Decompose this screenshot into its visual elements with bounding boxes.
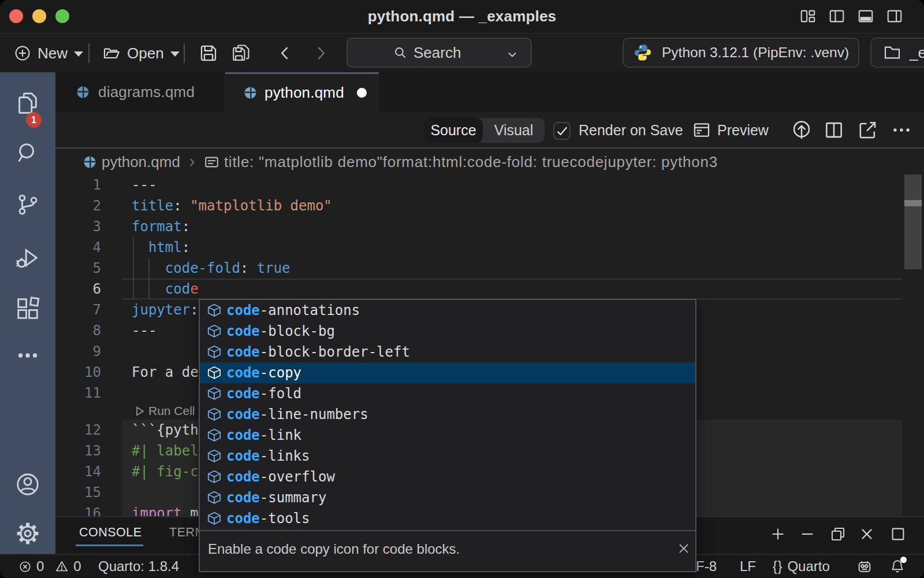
code-line[interactable]: 1--- bbox=[55, 175, 904, 195]
panel-tab-console[interactable]: CONSOLE bbox=[79, 517, 142, 545]
suggestion-item[interactable]: code-fold bbox=[200, 383, 695, 404]
cube-icon bbox=[206, 510, 222, 527]
close-icon[interactable] bbox=[677, 542, 691, 555]
cube-icon bbox=[206, 427, 222, 443]
search-label: Search bbox=[413, 44, 461, 62]
quarto-file-icon bbox=[244, 86, 257, 99]
save-all-button[interactable] bbox=[231, 43, 251, 63]
extensions-icon[interactable] bbox=[14, 295, 41, 322]
tab-diagrams-qmd[interactable]: diagrams.qmd bbox=[55, 72, 225, 112]
folder-icon bbox=[883, 43, 901, 62]
customize-layout-icon[interactable] bbox=[799, 8, 817, 25]
toggle-panel-icon[interactable] bbox=[857, 8, 874, 25]
interpreter-label: Python 3.12.1 (PipEnv: .venv) bbox=[662, 45, 849, 61]
toggle-primary-sidebar-icon[interactable] bbox=[828, 8, 845, 25]
back-button[interactable] bbox=[275, 43, 295, 63]
console-active-underline bbox=[76, 544, 143, 546]
search-sidebar-icon[interactable] bbox=[14, 140, 41, 166]
app-window: python.qmd — _examples bbox=[0, 0, 924, 578]
forward-button[interactable] bbox=[311, 43, 330, 63]
scrollbar-decoration bbox=[904, 200, 922, 206]
search-input[interactable]: Search bbox=[346, 38, 532, 68]
render-document-button[interactable] bbox=[791, 119, 813, 141]
code-line[interactable]: 4 html: bbox=[55, 237, 904, 258]
more-views-icon[interactable] bbox=[14, 342, 41, 369]
language-mode-status[interactable]: {} Quarto bbox=[773, 555, 830, 578]
minimize-panel-button[interactable] bbox=[799, 525, 816, 543]
cube-icon bbox=[206, 490, 222, 506]
warning-count: 0 bbox=[73, 558, 81, 575]
line-content bbox=[101, 341, 132, 362]
line-content bbox=[101, 383, 132, 403]
tab-python-qmd[interactable]: python.qmd bbox=[225, 72, 379, 112]
code-line[interactable]: 2title: "matplotlib demo" bbox=[55, 195, 904, 216]
restore-panel-button[interactable] bbox=[829, 525, 847, 543]
chevron-down-icon bbox=[505, 47, 519, 61]
quarto-version-status[interactable]: Quarto: 1.8.4 bbox=[98, 555, 179, 578]
line-content: code bbox=[101, 279, 199, 299]
split-editor-button[interactable] bbox=[823, 119, 845, 141]
maximize-panel-button[interactable] bbox=[889, 525, 907, 543]
workspace-selector[interactable]: _examples bbox=[870, 38, 924, 68]
render-on-save-checkbox[interactable] bbox=[553, 122, 571, 140]
line-number: 4 bbox=[55, 237, 101, 258]
suggestion-item[interactable]: code-block-border-left bbox=[200, 342, 695, 362]
suggestion-item[interactable]: code-block-bg bbox=[200, 321, 695, 342]
notifications-button[interactable] bbox=[889, 555, 906, 578]
line-number: 6 bbox=[55, 279, 101, 299]
new-button[interactable]: New bbox=[14, 34, 83, 73]
code-line[interactable]: 5 code-fold: true bbox=[55, 258, 904, 279]
cube-icon bbox=[206, 344, 222, 360]
settings-gear-icon[interactable] bbox=[14, 520, 41, 547]
source-control-icon[interactable] bbox=[14, 191, 41, 218]
tab-label: diagrams.qmd bbox=[98, 83, 195, 101]
save-button[interactable] bbox=[199, 43, 218, 63]
editor-tab-bar: diagrams.qmd python.qmd bbox=[55, 72, 924, 112]
line-content: format: bbox=[101, 216, 190, 237]
line-number: 5 bbox=[55, 258, 101, 279]
toolbar-separator bbox=[184, 43, 185, 63]
cube-icon bbox=[206, 323, 222, 339]
breadcrumb-section[interactable]: title: "matplotlib demo"format:html:code… bbox=[224, 153, 718, 171]
more-actions-button[interactable] bbox=[891, 119, 912, 141]
suggestion-item[interactable]: code-line-numbers bbox=[200, 404, 695, 425]
editor-scrollbar[interactable] bbox=[904, 175, 922, 269]
close-panel-button[interactable] bbox=[858, 525, 875, 543]
account-icon[interactable] bbox=[14, 471, 41, 498]
line-number: 2 bbox=[55, 195, 101, 216]
quarto-file-icon bbox=[76, 86, 90, 99]
preview-button[interactable]: Preview bbox=[692, 112, 769, 149]
code-line[interactable]: 6 code bbox=[55, 279, 904, 299]
toggle-secondary-sidebar-icon[interactable] bbox=[886, 8, 903, 25]
chevron-right-icon bbox=[185, 156, 198, 169]
suggestion-item[interactable]: code-annotations bbox=[200, 300, 695, 321]
open-in-new-window-button[interactable] bbox=[856, 119, 878, 141]
suggestion-item[interactable]: code-link bbox=[200, 425, 695, 446]
cube-icon bbox=[206, 469, 222, 485]
line-number: 8 bbox=[55, 320, 101, 341]
run-and-debug-icon[interactable] bbox=[14, 245, 41, 272]
eol-status[interactable]: LF bbox=[740, 555, 756, 578]
suggestion-item[interactable]: code-links bbox=[200, 446, 695, 466]
line-number: 11 bbox=[55, 383, 101, 403]
add-console-button[interactable] bbox=[769, 525, 787, 543]
breadcrumb-file[interactable]: python.qmd bbox=[102, 153, 180, 171]
suggestion-item[interactable]: code-summary bbox=[200, 487, 695, 508]
suggestion-item[interactable]: code-tools bbox=[200, 508, 695, 529]
suggestion-item[interactable]: code-copy bbox=[200, 362, 695, 383]
interpreter-selector[interactable]: Python 3.12.1 (PipEnv: .venv) bbox=[623, 38, 859, 68]
suggestion-item[interactable]: code-overflow bbox=[200, 466, 695, 487]
modified-dot-icon[interactable] bbox=[357, 88, 367, 98]
open-button[interactable]: Open bbox=[102, 34, 180, 73]
folder-open-icon bbox=[102, 44, 121, 62]
problems-status[interactable]: 0 0 bbox=[18, 555, 81, 578]
autocomplete-dropdown: code-annotationscode-block-bgcode-block-… bbox=[199, 299, 696, 572]
editor-action-bar: Source Visual Render on Save Preview bbox=[55, 112, 924, 149]
source-mode-button[interactable]: Source bbox=[424, 118, 483, 143]
workspace-label: _examples bbox=[910, 44, 924, 62]
code-line[interactable]: 3format: bbox=[55, 216, 904, 237]
line-content bbox=[101, 482, 132, 503]
preview-label: Preview bbox=[717, 122, 769, 139]
visual-mode-button[interactable]: Visual bbox=[483, 118, 545, 143]
feedback-button[interactable] bbox=[856, 555, 873, 578]
